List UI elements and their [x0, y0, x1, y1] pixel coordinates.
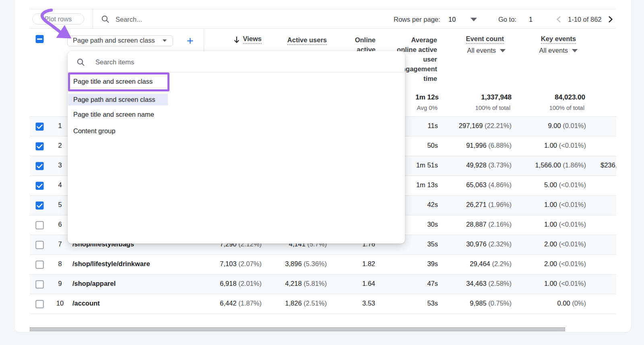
- cell-avg: 53s: [427, 300, 438, 307]
- row-checkbox[interactable]: [35, 182, 44, 192]
- row-number: 9: [49, 280, 71, 287]
- row-checkbox[interactable]: [35, 260, 44, 271]
- pagination-range: 1-10 of 862: [568, 16, 601, 23]
- row-checkbox[interactable]: [35, 241, 44, 251]
- page: Plot rows Search... Rows per page: 10 Go…: [0, 0, 644, 345]
- key-events-filter[interactable]: All events: [539, 45, 568, 55]
- row-number: 8: [49, 260, 71, 268]
- column-header-active-users[interactable]: Active users: [287, 35, 327, 45]
- total-avg-engagement-sub: Avg 0%: [417, 103, 438, 112]
- row-number: 7: [49, 240, 71, 248]
- cell-revenue-partial: $236,: [601, 161, 616, 169]
- event-count-filter-caret-icon: [500, 49, 506, 52]
- cell-event: 49,928 (3.73%): [466, 161, 512, 169]
- event-count-filter[interactable]: All events: [467, 45, 496, 55]
- row-checkbox[interactable]: [35, 142, 44, 152]
- cell-key: 2.00 (<0.01%): [544, 260, 586, 268]
- cell-active: 4,218 (5.81%): [285, 280, 327, 287]
- cell-peruser: 3.53: [362, 300, 375, 307]
- cell-key: 1.00 (<0.01%): [544, 280, 586, 287]
- cell-event: 91,996 (6.88%): [466, 142, 512, 149]
- dimension-selector-value: Page path and screen class: [73, 37, 155, 44]
- cell-key: 1.00 (<0.01%): [544, 221, 586, 228]
- cell-dimension: /account: [72, 300, 100, 307]
- cell-event: 28,887 (2.16%): [466, 221, 512, 228]
- cell-views: 7,103 (2.07%): [220, 260, 262, 268]
- key-events-filter-caret-icon: [572, 49, 578, 52]
- menu-item-content-group[interactable]: Content group: [73, 127, 116, 135]
- cell-avg: 30s: [427, 221, 438, 228]
- total-event-count: 1,337,948: [481, 93, 512, 102]
- column-header-views[interactable]: Views: [233, 35, 262, 46]
- add-dimension-button[interactable]: [187, 38, 193, 45]
- cell-event: 65,063 (4.86%): [466, 181, 512, 189]
- cell-avg: 35s: [427, 240, 438, 248]
- rows-per-page-value[interactable]: 10: [448, 16, 456, 23]
- total-key-events: 84,023.00: [555, 93, 585, 102]
- row-checkbox[interactable]: [35, 201, 44, 211]
- total-avg-engagement: 1m 12s: [415, 93, 439, 102]
- cell-event: 9,985 (0.75%): [470, 300, 512, 307]
- cell-peruser: 1.64: [362, 280, 375, 287]
- cell-event: 30,976 (2.32%): [466, 240, 512, 248]
- total-event-count-sub: 100% of total: [475, 103, 510, 112]
- cell-dimension: /shop/apparel: [72, 280, 116, 287]
- cell-avg: 1m 51s: [416, 161, 438, 169]
- cell-avg: 42s: [427, 201, 438, 209]
- column-header-key-events[interactable]: Key events All events: [539, 35, 578, 55]
- menu-item-page-path-screen-class[interactable]: Page path and screen class: [73, 95, 155, 103]
- cell-views: 6,918 (2.01%): [220, 280, 262, 287]
- table-row: 9/shop/apparel6,918 (2.01%)4,218 (5.81%)…: [30, 275, 616, 294]
- cell-event: 26,271 (1.96%): [466, 201, 512, 209]
- table-row: 8/shop/lifestyle/drinkware7,103 (2.07%)3…: [30, 255, 616, 275]
- cell-avg: 1m 13s: [416, 181, 438, 189]
- cell-peruser: 1.82: [362, 260, 375, 268]
- cell-key: 9.00 (0.01%): [548, 122, 586, 130]
- go-to-label: Go to:: [498, 16, 516, 23]
- cell-active: 3,896 (5.36%): [285, 260, 327, 268]
- annotation-arrow: [34, 2, 78, 44]
- next-page-icon[interactable]: [606, 15, 615, 25]
- rows-per-page-caret-icon[interactable]: [471, 18, 477, 21]
- row-checkbox[interactable]: [35, 122, 44, 132]
- row-number: 10: [49, 300, 71, 307]
- table-row: 10/account6,442 (1.87%)1,826 (2.51%)3.53…: [30, 294, 616, 314]
- cell-event: 297,169 (22.21%): [459, 122, 512, 130]
- go-to-value[interactable]: 1: [529, 16, 533, 23]
- menu-search-input[interactable]: Search items: [95, 58, 134, 66]
- toolbar-divider: [93, 9, 93, 29]
- cell-key: 0.00 (0%): [557, 300, 586, 307]
- cell-key: 1.00 (<0.01%): [544, 201, 586, 209]
- menu-item-page-title-screen-name[interactable]: Page title and screen name: [73, 110, 154, 118]
- cell-key: 2.00 (<0.01%): [544, 240, 586, 248]
- search-icon: [101, 15, 109, 25]
- row-checkbox[interactable]: [35, 221, 44, 231]
- sort-descending-icon: [233, 36, 240, 46]
- menu-search-icon: [76, 58, 85, 68]
- cell-avg: 50s: [427, 142, 438, 149]
- cell-key: 1,566.00 (1.86%): [535, 161, 586, 169]
- dimension-selector[interactable]: Page path and screen class: [67, 35, 173, 46]
- cell-avg: 39s: [427, 260, 438, 268]
- cell-event: 29,464 (2.2%): [470, 260, 512, 268]
- row-checkbox[interactable]: [35, 280, 44, 290]
- cell-avg: 11s: [428, 122, 438, 130]
- annotation-highlight-rectangle: [68, 72, 169, 91]
- cell-event: 34,463 (2.58%): [466, 280, 512, 287]
- total-key-events-sub: 100% of total: [549, 103, 584, 112]
- cell-dimension: /shop/lifestyle/drinkware: [72, 260, 150, 268]
- cell-key: 1.00 (<0.01%): [544, 142, 586, 149]
- column-header-event-count[interactable]: Event count All events: [466, 35, 506, 55]
- previous-page-icon[interactable]: [555, 15, 564, 25]
- search-input[interactable]: Search...: [116, 16, 142, 23]
- horizontal-scrollbar[interactable]: [30, 327, 565, 331]
- cell-key: 5.00 (<0.01%): [544, 181, 586, 189]
- row-checkbox[interactable]: [35, 162, 44, 172]
- row-checkbox[interactable]: [35, 300, 44, 310]
- cell-views: 6,442 (1.87%): [220, 300, 262, 307]
- dimension-selector-caret-icon: [163, 39, 167, 42]
- rows-per-page-label: Rows per page:: [394, 16, 440, 23]
- cell-active: 1,826 (2.51%): [285, 300, 327, 307]
- cell-avg: 47s: [427, 280, 438, 287]
